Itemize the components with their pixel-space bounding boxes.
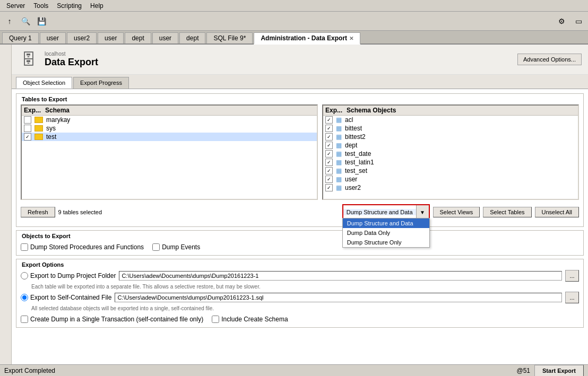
schema-name-sys: sys	[46, 125, 56, 132]
create-dump-label[interactable]: Create Dump in a Single Transaction (sel…	[21, 316, 203, 323]
schema-item-sys[interactable]: sys	[22, 124, 317, 133]
obj-user2[interactable]: ▦ user2	[323, 183, 578, 192]
tab-user3[interactable]: user	[98, 32, 124, 43]
browse-btn-1[interactable]: ...	[565, 270, 579, 282]
obj-checkbox-dept[interactable]	[325, 142, 333, 149]
option1-path-input[interactable]	[119, 271, 562, 281]
advanced-options-btn[interactable]: Advanced Options...	[517, 54, 582, 65]
select-tables-button[interactable]: Select Tables	[483, 207, 531, 217]
tab-object-selection[interactable]: Object Selection	[16, 77, 72, 89]
dump-type-dropdown[interactable]: Dump Structure and Data ▼ Dump Structure…	[342, 204, 430, 220]
tables-to-export-section: Tables to Export Exp... Schema	[16, 93, 584, 227]
start-export-button[interactable]: Start Export	[534, 365, 584, 377]
exp-obj-col-header: Exp...	[325, 107, 342, 114]
tab-dept1[interactable]: dept	[125, 32, 151, 43]
settings-btn[interactable]: ⚙	[554, 14, 569, 29]
obj-acl[interactable]: ▦ acl	[323, 116, 578, 124]
obj-checkbox-test-latin1[interactable]	[325, 159, 333, 166]
obj-checkbox-acl[interactable]	[325, 116, 333, 124]
toolbar-back-btn[interactable]: ↑	[2, 14, 17, 29]
tab-user1[interactable]: user	[40, 32, 66, 43]
schema-name-marykay: marykay	[46, 116, 70, 124]
option2-path-input[interactable]	[115, 293, 562, 302]
layout-btn[interactable]: ▭	[571, 14, 586, 29]
menu-tools[interactable]: Tools	[29, 1, 53, 11]
table-icon-test-date: ▦	[336, 150, 342, 158]
page-title-block: localhost Data Export	[45, 51, 98, 68]
schema-checkbox-marykay[interactable]	[24, 116, 31, 124]
schema-listbox: Exp... Schema marykay sy	[21, 104, 318, 200]
toolbar-refresh-btn[interactable]: 🔍	[18, 14, 33, 29]
dump-events-label[interactable]: Dump Events	[152, 243, 200, 251]
tab-export-progress[interactable]: Export Progress	[73, 77, 129, 89]
obj-checkbox-test-set[interactable]	[325, 167, 333, 174]
schema-item-marykay[interactable]: marykay	[22, 116, 317, 124]
include-schema-label[interactable]: Include Create Schema	[212, 316, 288, 323]
option2-label[interactable]: Export to Self-Contained File	[21, 294, 111, 301]
obj-checkbox-test-date[interactable]	[325, 150, 333, 158]
menu-server[interactable]: Server	[2, 1, 29, 11]
schema-objects-listbox: Exp... Schema Objects ▦ acl ▦	[322, 104, 579, 200]
export-options-title: Export Options	[21, 261, 579, 268]
obj-bittest[interactable]: ▦ bittest	[323, 124, 578, 133]
obj-name-user: user	[345, 176, 357, 183]
obj-name-test-set: test_set	[345, 167, 367, 174]
page-title: Data Export	[45, 57, 98, 68]
obj-test-latin1[interactable]: ▦ test_latin1	[323, 158, 578, 167]
table-icon-test-set: ▦	[336, 167, 342, 174]
menu-help[interactable]: Help	[86, 1, 108, 11]
dump-option-structure-only[interactable]: Dump Structure Only	[343, 238, 429, 247]
obj-checkbox-user[interactable]	[325, 176, 333, 183]
schema-item-test[interactable]: test	[22, 133, 317, 141]
option1-radio[interactable]	[21, 272, 28, 279]
schema-objects-col-header: Schema Objects	[347, 107, 576, 114]
tab-query1[interactable]: Query 1	[2, 32, 39, 43]
refresh-button[interactable]: Refresh	[21, 207, 55, 217]
obj-dept[interactable]: ▦ dept	[323, 141, 578, 150]
create-dump-checkbox[interactable]	[21, 316, 28, 323]
dump-option-structure-data[interactable]: Dump Structure and Data	[343, 218, 429, 228]
schema-list-header: Exp... Schema	[22, 106, 317, 116]
schema-checkbox-test[interactable]	[24, 133, 31, 141]
watermark-text: @51	[517, 367, 531, 374]
obj-checkbox-bittest2[interactable]	[325, 133, 333, 141]
tab-user2[interactable]: user2	[67, 32, 97, 43]
schema-name-test: test	[46, 133, 56, 141]
tab-dataexport[interactable]: Administration - Data Export ✕	[254, 32, 360, 45]
dump-events-checkbox[interactable]	[152, 243, 160, 251]
dump-option-data-only[interactable]: Dump Data Only	[343, 228, 429, 238]
dump-select-box: Dump Structure and Data ▼ Dump Structure…	[342, 204, 430, 220]
option2-radio[interactable]	[21, 294, 28, 301]
obj-test-date[interactable]: ▦ test_date	[323, 150, 578, 158]
option1-label[interactable]: Export to Dump Project Folder	[21, 272, 116, 279]
obj-checkbox-user2[interactable]	[325, 184, 333, 191]
folder-icon-test	[34, 134, 43, 140]
inner-tabs: Object Selection Export Progress	[12, 75, 588, 89]
tabbar: Query 1 user user2 user dept user dept S…	[0, 31, 588, 45]
dump-stored-label[interactable]: Dump Stored Procedures and Functions	[21, 243, 144, 251]
panel-body: Tables to Export Exp... Schema	[12, 89, 588, 335]
browse-btn-2[interactable]: ...	[565, 292, 579, 303]
obj-checkbox-bittest[interactable]	[325, 125, 333, 132]
select-views-button[interactable]: Select Views	[433, 207, 480, 217]
obj-test-set[interactable]: ▦ test_set	[323, 167, 578, 175]
tab-sqlfile[interactable]: SQL File 9*	[206, 32, 253, 43]
obj-user[interactable]: ▦ user	[323, 175, 578, 183]
schema-checkbox-sys[interactable]	[24, 125, 31, 132]
obj-bittest2[interactable]: ▦ bittest2	[323, 133, 578, 141]
dump-events-text: Dump Events	[162, 243, 200, 251]
menu-scripting[interactable]: Scripting	[53, 1, 86, 11]
controls-row: Refresh 9 tables selected Dump Structure…	[21, 204, 579, 220]
tab-close-icon[interactable]: ✕	[349, 36, 353, 41]
tab-user4[interactable]: user	[152, 32, 178, 43]
dump-select-header: Dump Structure and Data ▼	[343, 205, 429, 219]
menubar: Server Tools Scripting Help	[0, 0, 588, 12]
page-header: 🗄 localhost Data Export Advanced Options…	[12, 45, 588, 75]
toolbar-action-btn[interactable]: 💾	[34, 14, 49, 29]
include-schema-checkbox[interactable]	[212, 316, 219, 323]
dump-select-arrow-icon[interactable]: ▼	[416, 205, 429, 219]
tab-dept2[interactable]: dept	[179, 32, 205, 43]
unselect-all-button[interactable]: Unselect All	[535, 207, 579, 217]
obj-name-bittest2: bittest2	[345, 133, 366, 141]
dump-stored-checkbox[interactable]	[21, 243, 28, 251]
